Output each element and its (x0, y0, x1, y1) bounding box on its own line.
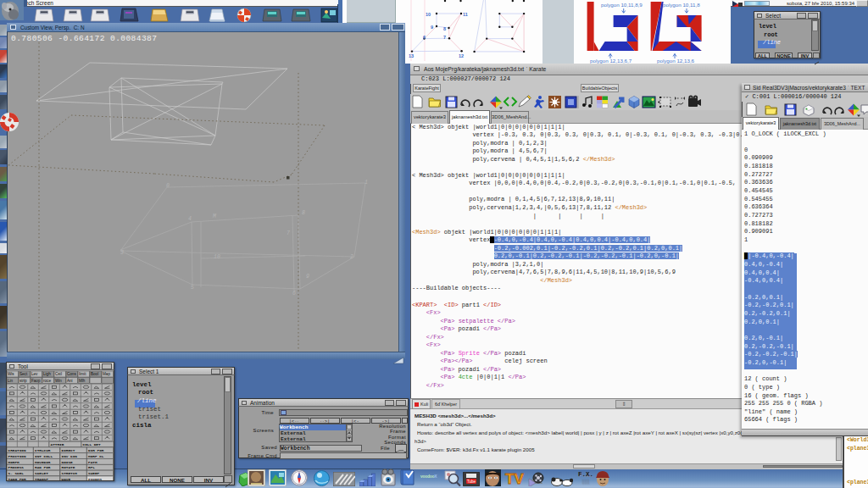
svg-text:MOVEDIR: MOVEDIR (35, 460, 51, 464)
svg-text:2: 2 (350, 254, 353, 260)
svg-text:Ani: Ani (67, 379, 73, 383)
svg-text:MORP CL: MORP CL (88, 454, 104, 458)
svg-text:TANG FOR: TANG FOR (8, 477, 26, 480)
svg-text:6: 6 (423, 35, 426, 40)
svg-text:WAVE: WAVE (62, 477, 71, 480)
svg-text:8: 8 (302, 210, 305, 216)
svg-text:ROTATE: ROTATE (62, 465, 75, 469)
svg-text:TV: TV (505, 471, 524, 486)
svg-text:4: 4 (188, 216, 192, 222)
svg-text:polygon 12,13,6,7: polygon 12,13,6,7 (590, 58, 632, 64)
svg-text:Lin: Lin (8, 379, 14, 383)
svg-text:CREATION: CREATION (8, 448, 26, 452)
svg-text:1: 1 (364, 180, 368, 186)
svg-text:TRANSF: TRANSF (35, 477, 48, 480)
svg-text:polygon 10,11,8: polygon 10,11,8 (663, 2, 700, 8)
svg-text:RPL: RPL (88, 465, 95, 469)
svg-text:roce: roce (43, 379, 51, 383)
svg-text:Sect: Sect (19, 372, 28, 376)
svg-text:0: 0 (166, 183, 170, 189)
svg-text:FRICTION: FRICTION (8, 454, 26, 458)
svg-text:S. SKEL: S. SKEL (8, 471, 25, 475)
svg-text:PROCESS: PROCESS (8, 465, 25, 469)
svg-text:INT COLL: INT COLL (35, 454, 53, 458)
svg-text:10: 10 (426, 12, 431, 17)
svg-text:6: 6 (292, 291, 296, 297)
svg-text:3: 3 (120, 250, 124, 256)
svg-text:5: 5 (191, 285, 194, 291)
svg-text:Cstl: Cstl (55, 372, 62, 376)
svg-text:M: M (213, 214, 216, 219)
svg-text:13: 13 (409, 53, 414, 58)
svg-text:SKELET: SKELET (35, 471, 48, 475)
svg-text:PATH: PATH (88, 460, 97, 464)
svg-text:Iimit: Iimit (79, 372, 86, 376)
svg-text:DIR FOR: DIR FOR (88, 448, 104, 452)
svg-text:7: 7 (443, 35, 446, 40)
svg-text:Tube: Tube (467, 480, 476, 484)
svg-text:exopen: exopen (88, 477, 102, 480)
svg-text:12: 12 (459, 53, 464, 58)
svg-text:Lev: Lev (31, 372, 38, 376)
svg-text:NOISE: NOISE (62, 460, 74, 464)
svg-text:Cons: Cons (67, 372, 76, 376)
svg-text:COLL DET: COLL DET (83, 442, 101, 446)
svg-text:Bool: Bool (91, 372, 98, 376)
svg-text:strip: strip (19, 379, 27, 383)
svg-text:polygon 10,11,8,9: polygon 10,11,8,9 (601, 2, 643, 8)
svg-text:Ligh: Ligh (43, 372, 51, 376)
svg-text:9: 9 (431, 25, 433, 30)
svg-text:INV KIN: INV KIN (62, 454, 78, 458)
svg-text:10: 10 (214, 254, 220, 260)
svg-text:MORPH: MORPH (8, 460, 20, 464)
svg-text:Faop: Faop (31, 379, 41, 383)
svg-text:SWEEP: SWEEP (88, 471, 100, 475)
svg-text:Win: Win (55, 379, 62, 383)
svg-text:Wis: Wis (8, 372, 14, 376)
svg-text:CTRLCUR: CTRLCUR (35, 448, 51, 452)
svg-text:7: 7 (287, 230, 290, 236)
svg-text:8: 8 (443, 26, 446, 31)
svg-text:Mlh: Mlh (79, 379, 86, 383)
svg-text:STRETCH: STRETCH (62, 471, 78, 475)
svg-text:ATTRIB: ATTRIB (51, 442, 64, 446)
svg-text:DIRECT: DIRECT (62, 448, 75, 452)
svg-text:polygon 12,13,6: polygon 12,13,6 (657, 58, 695, 64)
svg-text:11: 11 (463, 12, 468, 17)
svg-text:9: 9 (306, 274, 309, 280)
svg-text:RAD FOR: RAD FOR (35, 465, 51, 469)
svg-text:Map: Map (103, 372, 110, 376)
